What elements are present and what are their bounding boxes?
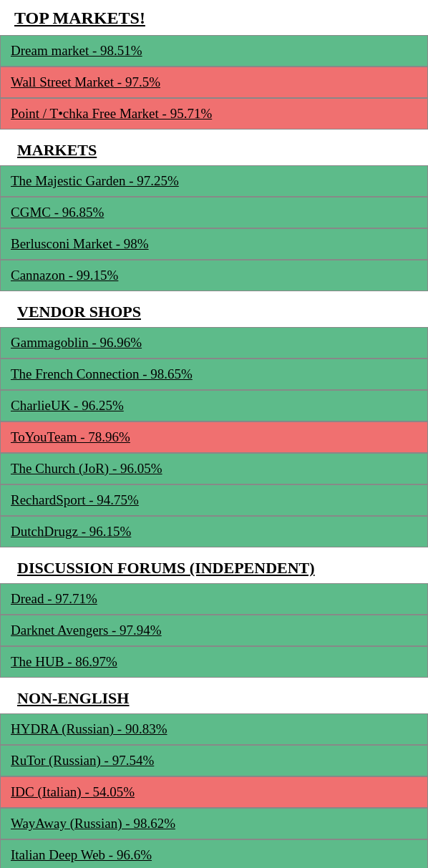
list-item-non-english-4[interactable]: Italian Deep Web - 96.6% [0, 839, 428, 868]
list-item-non-english-1[interactable]: RuTor (Russian) - 97.54% [0, 745, 428, 776]
list-item-top-markets-0[interactable]: Dream market - 98.51% [0, 35, 428, 67]
list-item-vendor-shops-4[interactable]: The Church (JoR) - 96.05% [0, 453, 428, 484]
list-item-vendor-shops-1[interactable]: The French Connection - 98.65% [0, 359, 428, 390]
list-item-vendor-shops-3[interactable]: ToYouTeam - 78.96% [0, 421, 428, 453]
list-item-non-english-2[interactable]: IDC (Italian) - 54.05% [0, 776, 428, 808]
list-item-markets-3[interactable]: Cannazon - 99.15% [0, 260, 428, 291]
section-title-discussion-forums: DISCUSSION FORUMS (INDEPENDENT) [0, 552, 428, 583]
list-item-markets-1[interactable]: CGMC - 96.85% [0, 197, 428, 228]
page-title: TOP MARKETS! [0, 0, 428, 35]
list-item-top-markets-2[interactable]: Point / T•chka Free Market - 95.71% [0, 98, 428, 130]
list-item-vendor-shops-0[interactable]: Gammagoblin - 96.96% [0, 327, 428, 359]
list-item-discussion-forums-2[interactable]: The HUB - 86.97% [0, 646, 428, 678]
list-item-vendor-shops-6[interactable]: DutchDrugz - 96.15% [0, 516, 428, 547]
section-title-non-english: NON-ENGLISH [0, 682, 428, 713]
list-item-non-english-0[interactable]: HYDRA (Russian) - 90.83% [0, 713, 428, 745]
list-item-top-markets-1[interactable]: Wall Street Market - 97.5% [0, 67, 428, 98]
list-item-discussion-forums-1[interactable]: Darknet Avengers - 97.94% [0, 615, 428, 646]
section-title-vendor-shops: VENDOR SHOPS [0, 296, 428, 327]
list-item-discussion-forums-0[interactable]: Dread - 97.71% [0, 583, 428, 615]
list-item-vendor-shops-5[interactable]: RechardSport - 94.75% [0, 484, 428, 516]
list-item-non-english-3[interactable]: WayAway (Russian) - 98.62% [0, 808, 428, 839]
list-item-markets-2[interactable]: Berlusconi Market - 98% [0, 228, 428, 260]
list-item-markets-0[interactable]: The Majestic Garden - 97.25% [0, 165, 428, 197]
list-item-vendor-shops-2[interactable]: CharlieUK - 96.25% [0, 390, 428, 421]
section-title-markets: MARKETS [0, 134, 428, 165]
